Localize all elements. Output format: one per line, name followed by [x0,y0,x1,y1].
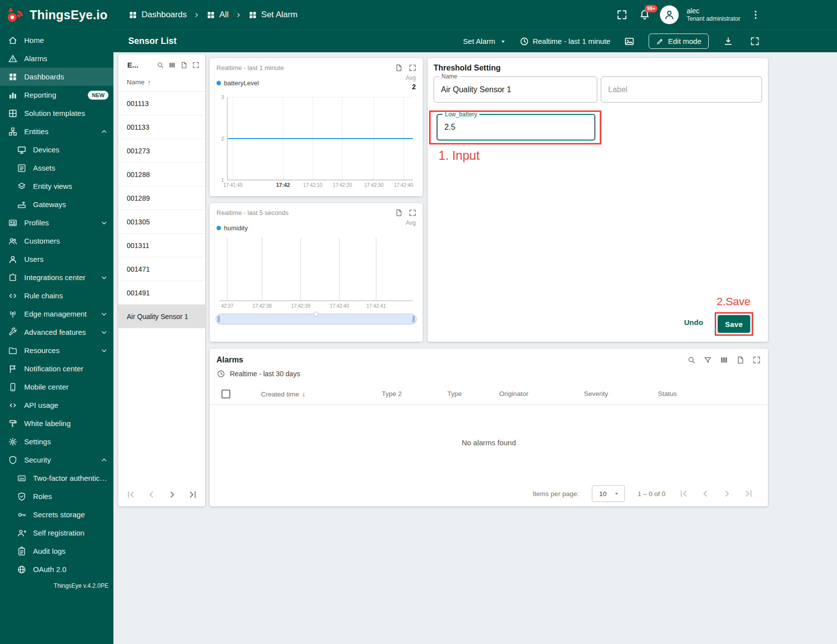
sidebar-item-audit-logs[interactable]: Audit logs [0,542,113,560]
sidebar-item-mobile-center[interactable]: Mobile center [0,378,113,396]
notifications-button[interactable]: 99+ [637,7,652,22]
sidebar-item-roles[interactable]: Roles [0,487,113,505]
scrollbar-knob[interactable] [314,312,319,317]
sidebar-item-gateways[interactable]: Gateways [0,195,113,214]
entity-row-selected[interactable]: Air Quality Sensor 1 [118,305,205,328]
toolbar-fullscreen-button[interactable] [747,34,762,49]
sidebar-item-entity-views[interactable]: Entity views [0,177,113,195]
fullscreen-widget-button[interactable] [408,209,417,217]
select-all-checkbox[interactable] [221,390,230,398]
fullscreen-widget-button[interactable] [408,64,417,72]
sidebar-item-customers[interactable]: Customers [0,232,113,250]
widget-timewindow-label[interactable]: Realtime - last 1 minute [217,64,391,72]
sidebar-item-edge-management[interactable]: Edge management [0,305,113,323]
breadcrumb-all[interactable]: All [206,10,229,20]
sidebar-item-home[interactable]: Home [0,31,113,49]
undo-button[interactable]: Undo [684,318,703,326]
alarms-columns-button[interactable] [720,356,728,364]
name-input[interactable] [434,77,597,102]
sidebar-item-notification-center[interactable]: Notification center [0,359,113,378]
sidebar-item-dashboards[interactable]: Dashboards [0,68,113,86]
sidebar-item-security[interactable]: Security [0,451,113,469]
entity-export-button[interactable] [180,61,188,69]
entity-row[interactable]: 001113 [118,92,205,115]
breadcrumb-label: Set Alarm [261,10,298,20]
first-page-button[interactable] [678,488,689,499]
entity-row[interactable]: 001288 [118,163,205,186]
sidebar-item-api-usage[interactable]: API usage [0,396,113,414]
column-status[interactable]: Status [658,390,677,397]
sidebar-item-rule-chains[interactable]: Rule chains [0,286,113,305]
alarms-timewindow-button[interactable]: Realtime - last 30 days [210,369,768,378]
entity-row[interactable]: 001491 [118,281,205,305]
sidebar-item-assets[interactable]: Assets [0,159,113,177]
entity-columns-button[interactable] [168,61,176,69]
column-type2[interactable]: Type 2 [382,390,402,397]
breadcrumb-set-alarm[interactable]: Set Alarm [248,10,298,20]
sidebar-item-profiles[interactable]: Profiles [0,214,113,232]
column-severity[interactable]: Severity [584,390,608,397]
timewindow-button[interactable]: Realtime - last 1 minute [519,36,611,46]
entity-row[interactable]: 001311 [118,234,205,257]
sidebar-item-resources[interactable]: Resources [0,341,113,359]
column-created-time[interactable]: Created time ↓ [261,390,305,398]
app-logo[interactable]: ThingsEye.io [0,7,113,23]
items-per-page-select[interactable]: 10 [592,485,625,502]
sidebar-item-advanced-features[interactable]: Advanced features [0,323,113,341]
entity-row[interactable]: 001305 [118,210,205,234]
sidebar-item-reporting[interactable]: ReportingNEW [0,86,113,104]
name-column-header[interactable]: Name ↑ [118,73,205,92]
entity-row[interactable]: 001133 [118,115,205,139]
last-page-button[interactable] [187,489,198,500]
edit-mode-button[interactable]: Edit mode [649,34,709,49]
label-input[interactable] [601,77,762,102]
export-widget-button[interactable] [395,64,403,72]
save-button[interactable]: Save [718,315,750,333]
sidebar-item-settings[interactable]: Settings [0,432,113,451]
last-page-button[interactable] [743,488,754,499]
legend-battery-level[interactable]: batteryLevel [217,79,259,87]
sidebar-item-oauth[interactable]: OAuth 2.0 [0,560,113,578]
sidebar-item-two-factor[interactable]: Two-factor authenticati... [0,469,113,487]
next-page-button[interactable] [167,489,178,500]
alarms-export-button[interactable] [736,356,745,364]
first-page-button[interactable] [125,489,136,500]
alarms-fullscreen-button[interactable] [752,356,761,364]
more-menu-button[interactable] [748,7,763,22]
next-page-button[interactable] [722,488,732,499]
sidebar-item-secrets-storage[interactable]: Secrets storage [0,505,113,524]
user-avatar[interactable] [660,5,679,24]
sidebar-item-white-labeling[interactable]: White labeling [0,414,113,432]
column-originator[interactable]: Originator [499,390,528,397]
prev-page-button[interactable] [700,488,711,499]
entity-fullscreen-button[interactable] [192,61,200,69]
fullscreen-button[interactable] [615,7,629,22]
entity-row[interactable]: 001471 [118,257,205,281]
sidebar-item-devices[interactable]: Devices [0,141,113,159]
sidebar-item-alarms[interactable]: Alarms [0,49,113,68]
low-battery-input[interactable] [437,115,594,140]
column-type[interactable]: Type [447,390,462,397]
state-selector[interactable]: Set Alarm [463,37,508,46]
chart-overview-scrollbar[interactable] [216,314,417,324]
alarms-search-button[interactable] [687,356,696,364]
alarms-filter-button[interactable] [703,356,712,364]
sidebar-item-users[interactable]: Users [0,250,113,268]
legend-humidity[interactable]: humidity [217,224,248,232]
sidebar-item-self-registration[interactable]: Self registration [0,524,113,542]
folder-icon [8,346,18,356]
sidebar-item-solution-templates[interactable]: Solution templates [0,104,113,122]
breadcrumb-dashboards[interactable]: Dashboards [128,10,187,20]
export-widget-button[interactable] [395,209,403,217]
entity-row[interactable]: 001273 [118,139,205,163]
scrollbar-left-handle[interactable] [218,316,220,322]
entity-row[interactable]: 001289 [118,186,205,210]
prev-page-button[interactable] [146,489,157,500]
image-gallery-button[interactable] [622,34,637,49]
sidebar-item-entities[interactable]: Entities [0,122,113,141]
sidebar-item-integrations-center[interactable]: Integrations center [0,268,113,286]
scrollbar-right-handle[interactable] [412,316,415,322]
entity-search-button[interactable] [156,61,164,69]
widget-timewindow-label[interactable]: Realtime - last 5 seconds [217,209,391,216]
download-button[interactable] [721,34,735,49]
